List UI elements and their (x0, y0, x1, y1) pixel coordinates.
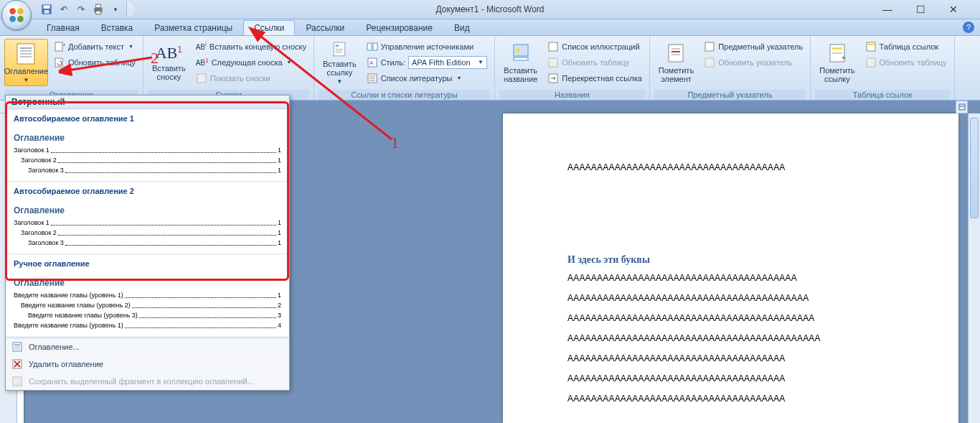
qat-print-icon[interactable] (92, 3, 105, 16)
tab-mailings[interactable]: Рассылки (295, 20, 355, 35)
citation-style: AСтиль: APA Fifth Edition▼ (364, 55, 490, 70)
cross-reference-button[interactable]: Перекрестная ссылка (545, 70, 645, 85)
page2-para: ААААААААААААААААААААААААААААААААААААА (567, 353, 894, 363)
svg-point-2 (9, 16, 16, 22)
toc-preview-title: Оглавление (14, 278, 281, 288)
vertical-scrollbar[interactable] (968, 113, 980, 423)
toc-preview-line: Заголовок 21 (14, 155, 281, 165)
svg-rect-35 (549, 42, 557, 51)
tab-references[interactable]: Ссылки (243, 20, 295, 35)
group-footnotes: AB1 Вставить сноску ABiВставить концевую… (143, 36, 314, 100)
maximize-button[interactable]: ☐ (914, 4, 927, 15)
ruler-toggle-button[interactable] (956, 101, 968, 113)
svg-rect-34 (514, 57, 528, 60)
svg-rect-25 (373, 43, 377, 50)
tab-pagelayout[interactable]: Разметка страницы (143, 20, 243, 35)
tab-home[interactable]: Главная (36, 20, 90, 35)
toc-gallery-item[interactable]: Автособираемое оглавление 2ОглавлениеЗаг… (6, 182, 288, 254)
group-citations: Вставить ссылку ▼ Управление источниками… (314, 36, 495, 100)
svg-rect-20 (336, 45, 339, 47)
toc-preview-line: Введите название главы (уровень 1)4 (14, 320, 281, 330)
insert-toa-button[interactable]: Таблица ссылок (862, 39, 950, 54)
svg-rect-38 (669, 45, 683, 62)
help-icon[interactable]: ? (963, 22, 974, 33)
bibliography-button[interactable]: Список литературы▼ (364, 70, 490, 85)
list-of-figures-button[interactable]: Список иллюстраций (545, 39, 645, 54)
gallery-item-title: Ручное оглавление (14, 259, 281, 268)
title-bar: ↶ ↷ ▼ Документ1 - Microsoft Word — ☐ ✕ (0, 0, 980, 19)
tab-insert[interactable]: Вставка (90, 20, 144, 35)
window-title: Документ1 - Microsoft Word (435, 4, 544, 14)
group-caption-captions: Названия (499, 90, 645, 100)
annotation-label-1: 1 (391, 134, 399, 152)
manage-sources-button[interactable]: Управление источниками (364, 39, 490, 54)
toc-gallery-item[interactable]: Ручное оглавлениеОглавлениеВведите назва… (6, 255, 288, 337)
svg-rect-5 (44, 5, 50, 9)
page2-para: ААААААААААААААААААААААААААААААААААААА (567, 394, 894, 404)
toc-button-label: Оглавление (4, 67, 48, 75)
ribbon-tabstrip: Главная Вставка Разметка страницы Ссылки… (0, 19, 980, 36)
svg-rect-24 (367, 43, 372, 50)
toc-gallery-item[interactable]: Автособираемое оглавление 1ОглавлениеЗаг… (6, 110, 288, 182)
mark-citation-button[interactable]: + Пометить ссылку (815, 39, 859, 86)
svg-point-33 (516, 48, 520, 52)
toc-preview-line: Введите название главы (уровень 2)2 (14, 300, 281, 310)
tab-review[interactable]: Рецензирование (355, 20, 443, 35)
office-button[interactable] (1, 0, 32, 30)
insert-endnote-button[interactable]: ABiВставить концевую сноску (193, 39, 309, 54)
svg-rect-42 (705, 42, 714, 51)
qat-customize-icon[interactable]: ▼ (109, 3, 122, 16)
insert-index-button[interactable]: Предметный указатель (701, 39, 806, 54)
qat-save-icon[interactable] (40, 3, 53, 16)
toc-preview-line: Заголовок 11 (14, 145, 281, 155)
toc-preview-line: Заголовок 21 (14, 228, 281, 238)
svg-text:+: + (842, 54, 846, 62)
svg-text:A: A (369, 60, 374, 66)
page2-para: АААААААААААААААААААААААААААААААААААААААА… (567, 313, 894, 323)
show-footnotes-button: Показать сноски (193, 70, 309, 85)
insert-citation-button[interactable]: Вставить ссылку ▼ (319, 39, 361, 86)
qat-undo-icon[interactable]: ↶ (57, 3, 70, 16)
group-caption-citations: Ссылки и списки литературы (319, 90, 490, 100)
toc-gallery: Встроенный Автособираемое оглавление 1Ог… (5, 95, 290, 391)
annotation-label-2: 2 (151, 49, 159, 68)
tab-view[interactable]: Вид (443, 20, 481, 35)
mark-entry-button[interactable]: Пометить элемент (654, 39, 698, 86)
chevron-down-icon: ▼ (24, 77, 29, 83)
gallery-cmd-remove[interactable]: Удалить оглавление (6, 355, 289, 373)
svg-rect-6 (44, 10, 50, 14)
group-toa: + Пометить ссылку Таблица ссылок Обновит… (811, 36, 954, 100)
svg-rect-51 (959, 104, 965, 110)
svg-rect-48 (867, 42, 875, 51)
toc-preview-line: Введите название главы (уровень 1)1 (14, 290, 281, 300)
group-index: Пометить элемент Предметный указатель Об… (650, 36, 811, 100)
page2-heading: И здесь эти буквы (567, 254, 894, 266)
update-figures-button: Обновить таблицу (545, 55, 645, 70)
svg-point-0 (9, 8, 16, 14)
insert-caption-button[interactable]: Вставить название (499, 39, 542, 86)
toc-preview-title: Оглавление (14, 205, 281, 215)
page2-para: ААААААААААААААААААААААААААААААААААААААА (567, 273, 894, 283)
svg-rect-8 (96, 4, 101, 8)
citation-style-select[interactable]: APA Fifth Edition▼ (408, 56, 487, 69)
gallery-cmd-insert[interactable]: Оглавление... (6, 338, 289, 355)
page2-para: ААААААААААААААААААААААААААААААААААААА (567, 373, 894, 384)
update-index-button: Обновить указатель (701, 55, 806, 70)
minimize-button[interactable]: — (881, 4, 894, 15)
toc-button[interactable]: Оглавление ▼ (4, 39, 48, 86)
scrollbar-thumb[interactable] (970, 118, 979, 218)
svg-rect-18 (197, 74, 206, 83)
svg-point-3 (17, 16, 24, 22)
close-button[interactable]: ✕ (947, 4, 960, 15)
annotation-arrow-2-icon (59, 43, 159, 79)
next-footnote-button[interactable]: AB1Следующая сноска▼ (193, 55, 309, 70)
document-page-2[interactable]: ААААААААААААААААААААААААААААААААААААА И … (503, 113, 958, 423)
svg-rect-36 (549, 58, 557, 67)
qat-redo-icon[interactable]: ↷ (75, 3, 88, 16)
svg-rect-43 (705, 58, 714, 67)
gallery-item-title: Автособираемое оглавление 2 (14, 187, 281, 195)
gallery-item-title: Автособираемое оглавление 1 (14, 114, 281, 123)
page2-para: АААААААААААААААААААААААААААААААААААААААА… (567, 333, 894, 343)
toc-preview-title: Оглавление (14, 133, 281, 143)
toc-preview-line: Заголовок 31 (14, 238, 281, 248)
